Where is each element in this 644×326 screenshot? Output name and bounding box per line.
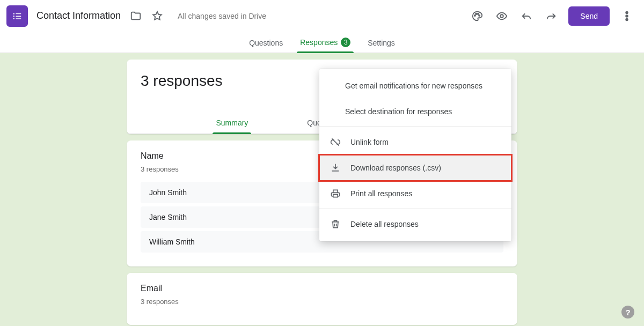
responses-options-menu: Get email notifications for new response… bbox=[319, 69, 511, 241]
tab-responses-label: Responses bbox=[300, 38, 338, 47]
question-section-email: Email 3 responses bbox=[127, 273, 517, 325]
menu-select-destination[interactable]: Select destination for responses bbox=[319, 99, 511, 124]
customize-theme-icon[interactable] bbox=[466, 5, 488, 27]
svg-point-8 bbox=[478, 13, 479, 14]
menu-label: Download responses (.csv) bbox=[350, 164, 441, 172]
main-tabs: Questions Responses 3 Settings bbox=[0, 32, 644, 53]
menu-label: Select destination for responses bbox=[345, 107, 452, 116]
print-icon bbox=[330, 188, 341, 199]
app-logo[interactable] bbox=[6, 5, 28, 27]
subtab-summary[interactable]: Summary bbox=[216, 118, 248, 134]
svg-rect-4 bbox=[13, 18, 14, 19]
svg-rect-0 bbox=[13, 13, 14, 14]
svg-rect-1 bbox=[16, 13, 21, 13]
svg-point-11 bbox=[626, 11, 628, 13]
menu-label: Unlink form bbox=[350, 138, 389, 146]
svg-point-6 bbox=[474, 14, 475, 16]
svg-rect-2 bbox=[13, 16, 14, 17]
unlink-icon bbox=[330, 137, 341, 147]
menu-email-notifications[interactable]: Get email notifications for new response… bbox=[319, 73, 511, 99]
svg-point-7 bbox=[475, 13, 477, 14]
redo-icon[interactable] bbox=[540, 5, 562, 27]
more-icon[interactable] bbox=[616, 5, 638, 27]
download-icon bbox=[330, 162, 341, 173]
form-title[interactable]: Contact Information bbox=[36, 10, 121, 21]
svg-point-12 bbox=[626, 15, 628, 17]
help-icon[interactable]: ? bbox=[621, 306, 634, 318]
svg-point-13 bbox=[626, 18, 628, 20]
tab-questions[interactable]: Questions bbox=[240, 39, 291, 53]
menu-separator bbox=[319, 209, 511, 209]
menu-label: Print all responses bbox=[350, 189, 412, 198]
menu-label: Get email notifications for new response… bbox=[345, 82, 482, 90]
save-status: All changes saved in Drive bbox=[178, 12, 266, 20]
menu-print-all[interactable]: Print all responses bbox=[319, 181, 511, 206]
menu-label: Delete all responses bbox=[350, 220, 419, 228]
menu-unlink-form[interactable]: Unlink form bbox=[319, 129, 511, 155]
svg-rect-3 bbox=[16, 16, 21, 16]
responses-count-badge: 3 bbox=[341, 38, 350, 47]
svg-point-10 bbox=[501, 14, 504, 18]
menu-download-csv[interactable]: Download responses (.csv) bbox=[319, 155, 511, 181]
undo-icon[interactable] bbox=[516, 5, 537, 27]
svg-rect-5 bbox=[16, 18, 21, 19]
app-header: Contact Information All changes saved in… bbox=[0, 0, 644, 32]
section-meta: 3 responses bbox=[141, 298, 503, 306]
trash-icon bbox=[330, 219, 341, 229]
tab-settings[interactable]: Settings bbox=[359, 39, 404, 53]
section-title: Email bbox=[141, 284, 503, 293]
send-button[interactable]: Send bbox=[568, 6, 610, 26]
menu-separator bbox=[319, 127, 511, 127]
menu-delete-all[interactable]: Delete all responses bbox=[319, 211, 511, 237]
star-icon[interactable] bbox=[147, 5, 168, 27]
tab-responses[interactable]: Responses 3 bbox=[291, 38, 359, 53]
preview-icon[interactable] bbox=[491, 5, 513, 27]
move-to-folder-icon[interactable] bbox=[125, 5, 147, 27]
svg-point-9 bbox=[479, 14, 480, 16]
